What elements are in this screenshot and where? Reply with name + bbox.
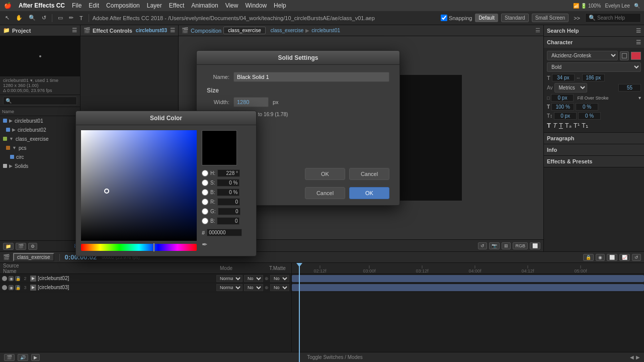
toolbar-zoom-tool[interactable]: 🔍 xyxy=(27,14,38,22)
comp-snapshot-btn[interactable]: 📷 xyxy=(489,242,500,249)
bright-value-input[interactable] xyxy=(217,189,239,196)
hex-value-input[interactable] xyxy=(207,229,242,236)
menu-edit[interactable]: Edit xyxy=(89,2,99,9)
menu-help[interactable]: Help xyxy=(274,2,286,9)
blue-radio[interactable] xyxy=(202,218,208,224)
layer-3-mode[interactable]: Normal xyxy=(216,284,243,291)
t-scale-input[interactable] xyxy=(551,103,574,111)
sat-value-input[interactable] xyxy=(217,179,239,187)
smallcaps-style-icon[interactable]: Tₐ xyxy=(565,122,572,129)
green-value-input[interactable] xyxy=(218,208,240,215)
menu-view[interactable]: View xyxy=(225,2,238,9)
view-small-screen[interactable]: Small Screen xyxy=(532,14,569,22)
menu-animation[interactable]: Animation xyxy=(191,2,218,9)
bold-style-icon[interactable]: T xyxy=(547,122,551,129)
comp-reset-btn[interactable]: ↺ xyxy=(478,242,487,249)
font-color-swatch[interactable] xyxy=(631,52,641,60)
project-new-comp[interactable]: 🎬 xyxy=(16,243,26,250)
timeline-tab[interactable]: class_exercise xyxy=(13,253,54,261)
layer-3-solo[interactable]: ◉ xyxy=(9,285,14,290)
underline-style-icon[interactable]: T xyxy=(559,122,563,129)
toolbar-rotate-tool[interactable]: ↺ xyxy=(40,14,48,22)
menu-layer[interactable]: Layer xyxy=(147,2,162,9)
solid-outer-cancel[interactable]: Cancel xyxy=(305,187,345,199)
red-radio[interactable] xyxy=(202,199,208,205)
bottom-render-btn[interactable]: 🎬 xyxy=(4,354,15,361)
view-standard[interactable]: Standard xyxy=(501,14,529,22)
project-settings[interactable]: ⚙ xyxy=(28,243,37,250)
layer-3-matte[interactable]: None xyxy=(244,284,263,291)
timeline-solo-btn[interactable]: ◉ xyxy=(596,254,605,261)
snapping-checkbox[interactable]: Snapping xyxy=(441,15,472,21)
baseline-input[interactable] xyxy=(618,84,641,92)
subscript-style-icon[interactable]: T₁ xyxy=(582,122,588,129)
layer-row-2[interactable]: ◉ 🔒 2 ▶ [circleburst02] Normal None ⊕ No… xyxy=(0,274,291,283)
layer-2-mode[interactable]: Normal xyxy=(216,275,243,282)
timeline-reset-btn[interactable]: ↺ xyxy=(632,254,641,261)
green-radio[interactable] xyxy=(202,208,208,215)
effect-controls-menu[interactable]: ☰ xyxy=(170,27,175,34)
comp-quality-btn[interactable]: ⬜ xyxy=(530,242,540,249)
toolbar-shape-tool[interactable]: ▭ xyxy=(56,14,65,22)
search-help-menu[interactable]: ☰ xyxy=(636,28,641,34)
layer-row-3[interactable]: ◉ 🔒 3 ▶ [circleburst03] Normal None ⊕ No… xyxy=(0,283,291,292)
timeline-nav-right[interactable]: ▶ xyxy=(636,354,640,360)
comp-menu[interactable]: ☰ xyxy=(535,27,540,34)
solid-dialog-cancel[interactable]: Cancel xyxy=(349,168,389,180)
italic-style-icon[interactable]: T xyxy=(553,122,557,129)
hue-value-input[interactable] xyxy=(217,169,240,177)
project-item-circleburst02[interactable]: ▶ circleburst02 xyxy=(0,125,80,134)
solid-outer-ok[interactable]: OK xyxy=(349,187,389,199)
sat-radio[interactable] xyxy=(202,179,208,186)
solid-name-input[interactable] xyxy=(233,72,389,82)
menu-composition[interactable]: Composition xyxy=(106,2,140,9)
toolbar-arrow-tool[interactable]: ↖ xyxy=(3,14,12,22)
bottom-audio-btn[interactable]: 🔊 xyxy=(18,354,28,361)
layer-2-visibility[interactable] xyxy=(2,276,7,281)
menu-effect[interactable]: Effect xyxy=(169,2,184,9)
project-new-folder[interactable]: 📁 xyxy=(3,243,14,250)
solid-color-dialog[interactable]: Solid Color H: xyxy=(75,111,257,256)
layer-2-solo[interactable]: ◉ xyxy=(9,276,14,281)
tracking-input[interactable] xyxy=(582,74,605,81)
effects-presets-header[interactable]: Effects & Presets xyxy=(544,156,644,167)
hue-slider[interactable] xyxy=(81,244,197,251)
bottom-preview-btn[interactable]: ▶ xyxy=(31,354,40,361)
layer-3-lock[interactable]: 🔒 xyxy=(15,285,20,290)
character-header[interactable]: Character ☰ xyxy=(544,37,644,48)
kerning-select[interactable]: Metrics xyxy=(554,83,588,93)
search-help-input[interactable] xyxy=(597,15,637,21)
t-spacing-input[interactable] xyxy=(554,112,577,120)
panel-menu-icon[interactable]: ☰ xyxy=(72,27,77,34)
font-size-input[interactable] xyxy=(552,74,575,81)
comp-tab-class-exercise[interactable]: class_exercise xyxy=(223,27,266,34)
toolbar-text-tool[interactable]: T xyxy=(77,14,85,22)
breadcrumb-circleburst01[interactable]: circleburst01 xyxy=(311,28,340,33)
project-item-circ[interactable]: circ xyxy=(0,152,80,161)
bright-radio[interactable] xyxy=(202,189,208,196)
project-item-class-exercise[interactable]: ▼ class_exercise xyxy=(0,134,80,143)
toolbar-more-btn[interactable]: >> xyxy=(572,14,582,22)
layer-2-track[interactable]: None xyxy=(270,275,289,282)
timeline-lock-btn[interactable]: 🔒 xyxy=(583,254,594,261)
timeline-flow-btn[interactable]: ⬜ xyxy=(607,254,617,261)
toolbar-pen-tool[interactable]: ✏ xyxy=(67,14,75,22)
comp-grid-btn[interactable]: ⊞ xyxy=(502,242,511,249)
search-menu-icon[interactable]: 🔍 xyxy=(634,3,640,9)
t-scale-2-input[interactable] xyxy=(576,103,598,111)
project-search-input[interactable] xyxy=(3,97,77,105)
layer-3-track[interactable]: None xyxy=(270,284,289,291)
menu-window[interactable]: Window xyxy=(245,2,267,9)
font-color-swatch-stroke[interactable] xyxy=(620,51,629,60)
superscript-style-icon[interactable]: T¹ xyxy=(574,122,580,129)
character-menu-icon[interactable]: ☰ xyxy=(636,39,641,46)
track-bar-3[interactable] xyxy=(292,284,644,291)
t-spacing-2-input[interactable] xyxy=(578,112,601,120)
layer-2-lock[interactable]: 🔒 xyxy=(15,276,20,281)
layer-3-visibility[interactable] xyxy=(2,285,7,290)
menu-file[interactable]: File xyxy=(72,2,82,9)
toolbar-hand-tool[interactable]: ✋ xyxy=(14,14,25,22)
font-weight-select[interactable]: Bold xyxy=(547,62,641,72)
red-value-input[interactable] xyxy=(217,198,240,206)
solid-width-input[interactable] xyxy=(233,97,269,107)
